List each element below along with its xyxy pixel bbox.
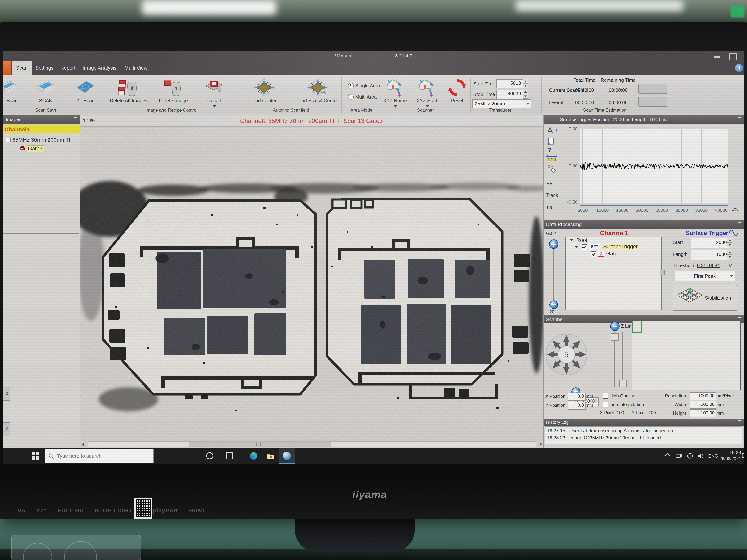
tree-surfacetrigger[interactable]: SurfaceTrigger — [602, 244, 639, 249]
tab-settings[interactable]: Settings — [33, 61, 56, 75]
xyz-home-dropdown-arrow[interactable] — [394, 105, 397, 108]
trigger-length-field[interactable]: 1000 — [691, 250, 729, 260]
xyz-home-button[interactable]: XYZ Home — [381, 78, 409, 104]
trigger-start-spinner[interactable] — [727, 238, 732, 247]
clock-time[interactable]: 18:28 — [720, 450, 741, 455]
pin-icon[interactable] — [738, 117, 742, 122]
delete-all-images-button[interactable]: Delete All Images — [109, 78, 149, 104]
pin-icon[interactable] — [738, 420, 742, 425]
cursor-page-icon[interactable] — [547, 137, 555, 145]
edge-tab-1[interactable]: 2 — [3, 387, 10, 401]
peak-mode-select[interactable]: First Peak — [674, 271, 735, 281]
file-explorer-icon[interactable] — [265, 448, 276, 464]
track-tool[interactable]: Track — [546, 192, 558, 198]
viewer-hscrollbar[interactable] — [80, 441, 544, 449]
edge-tab-2[interactable]: 2 — [3, 422, 10, 436]
speed-slider-track[interactable] — [622, 332, 623, 386]
tab-scan[interactable]: Scan — [11, 61, 32, 75]
gain-slider-track[interactable] — [553, 249, 553, 300]
trigger-start-field[interactable]: 2000 — [691, 238, 729, 248]
acoustic-scan-image[interactable] — [80, 127, 543, 441]
tree-root[interactable]: Root — [576, 237, 587, 243]
help-icon[interactable]: ? — [548, 146, 552, 154]
gate-checkbox[interactable] — [591, 251, 596, 257]
start-time-spinner[interactable] — [523, 79, 528, 88]
cortana-icon[interactable] — [204, 448, 215, 464]
stop-time-field[interactable]: 40039 — [496, 89, 523, 99]
y-position-field[interactable]: 0.0 — [568, 402, 586, 409]
z-limit-knob[interactable] — [610, 322, 620, 331]
edge-browser-icon[interactable] — [248, 448, 259, 464]
ruler-icon[interactable] — [546, 155, 558, 161]
transducer-select[interactable]: 25MHz 20mm — [472, 99, 531, 108]
threshold-value[interactable]: 0.2519684 — [697, 263, 720, 268]
tree-gate[interactable]: Gate — [606, 251, 618, 257]
splitter-handle[interactable] — [660, 270, 665, 275]
single-area-radio[interactable] — [348, 83, 354, 88]
taskbar-search[interactable] — [45, 449, 154, 463]
gain-decrease-knob[interactable] — [549, 300, 558, 309]
scroll-thumb[interactable] — [189, 442, 331, 447]
pin-icon[interactable] — [738, 222, 742, 227]
autoscale-icon[interactable] — [546, 126, 557, 135]
recall-button[interactable]: Recall — [202, 78, 226, 104]
task-view-icon[interactable] — [224, 448, 235, 464]
width-field[interactable]: 100.00 — [690, 401, 716, 409]
channel-row[interactable]: Channel1 — [3, 125, 80, 133]
scanfield-preview[interactable] — [632, 320, 741, 390]
tab-multi-view[interactable]: Multi View — [121, 61, 151, 75]
language-indicator[interactable]: ENG — [707, 448, 720, 464]
tab-report[interactable]: Report — [57, 61, 78, 75]
tree-expander-icon[interactable] — [6, 138, 11, 142]
find-size-center-button[interactable]: Find Size & Center — [295, 78, 340, 104]
start-button[interactable] — [32, 452, 39, 459]
ns-tool[interactable]: ns — [547, 205, 552, 210]
stop-time-spinner[interactable] — [523, 89, 528, 99]
search-input[interactable] — [57, 453, 147, 459]
tab-image-analysis[interactable]: Image Analysis — [81, 61, 118, 75]
b-scan-button[interactable]: B - Scan — [3, 78, 21, 104]
info-icon[interactable]: i — [735, 64, 743, 72]
reset-button[interactable]: Reset — [446, 78, 468, 104]
notification-center-icon[interactable] — [741, 448, 744, 464]
marker-flag-icon[interactable] — [546, 164, 557, 174]
z-scan-button[interactable]: Z - Scan — [71, 78, 99, 104]
scroll-track[interactable] — [88, 442, 536, 448]
scanfield-region[interactable] — [632, 321, 642, 333]
high-quality-checkbox[interactable] — [603, 393, 609, 399]
scan-button[interactable]: SCAN — [32, 78, 60, 104]
surfacetrigger-checkbox[interactable] — [582, 244, 587, 250]
resolution-field[interactable]: 1000.00 — [690, 392, 716, 400]
root-expander[interactable] — [570, 239, 573, 241]
volume-icon[interactable] — [696, 448, 706, 464]
find-center-button[interactable]: Find Center — [247, 78, 281, 104]
maximize-button[interactable] — [729, 53, 737, 60]
delete-image-button[interactable]: Delete Image — [156, 78, 191, 104]
stabilization-button[interactable]: Stabilization — [673, 285, 737, 311]
height-field[interactable]: 100.00 — [690, 409, 716, 418]
ascan-plot[interactable] — [580, 129, 728, 204]
scroll-right-arrow[interactable] — [540, 443, 542, 446]
multi-area-radio[interactable] — [348, 94, 354, 100]
tree-node-gate[interactable]: Gate3 — [27, 145, 44, 152]
gain-increase-knob[interactable] — [549, 239, 558, 249]
pin-icon[interactable] — [73, 117, 77, 122]
tree-node-image[interactable]: 35MHz 30mm 200um.TI — [12, 137, 70, 143]
x-position-field[interactable]: 0.0 — [568, 393, 586, 401]
line-interpolation-checkbox[interactable] — [603, 402, 609, 407]
winsam-app-icon[interactable] — [279, 448, 295, 464]
trigger-length-spinner[interactable] — [727, 250, 732, 259]
speed-slider-handle[interactable] — [619, 380, 627, 387]
z-slider-handle[interactable] — [611, 333, 619, 341]
jog-dpad[interactable]: 5 — [545, 333, 588, 376]
fft-tool[interactable]: FFT — [546, 181, 556, 187]
app-menu-button[interactable] — [3, 61, 11, 75]
recall-dropdown-arrow[interactable] — [213, 105, 216, 108]
network-globe-icon[interactable] — [685, 448, 695, 464]
scroll-left-arrow[interactable] — [82, 443, 84, 446]
surfacetrigger-expander[interactable] — [575, 246, 578, 248]
minimize-button[interactable] — [714, 56, 720, 58]
xyz-start-dropdown-arrow[interactable] — [426, 105, 429, 108]
xyz-start-button[interactable]: XYZ Start — [413, 78, 441, 104]
start-time-field[interactable]: 5018 — [496, 79, 523, 88]
